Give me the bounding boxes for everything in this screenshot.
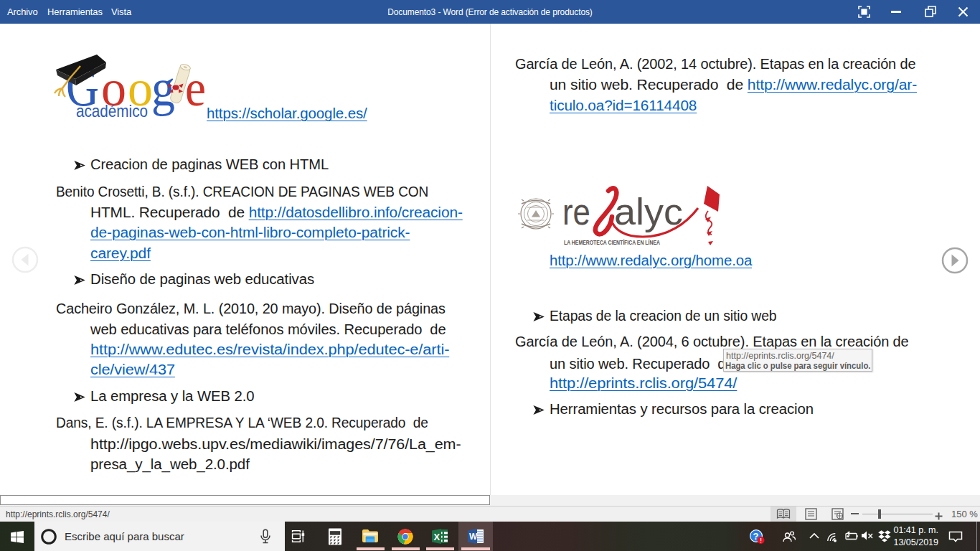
svg-text:alyc: alyc (614, 191, 683, 232)
svg-text:re: re (562, 191, 590, 232)
svg-text:LA HEMEROTECA CIENTÍFICA EN LÍ: LA HEMEROTECA CIENTÍFICA EN LÍNEA (564, 238, 660, 246)
svg-text:g: g (151, 60, 175, 116)
svg-text:académico: académico (76, 101, 148, 121)
svg-text:X: X (434, 532, 440, 542)
svg-text:W: W (469, 532, 478, 542)
